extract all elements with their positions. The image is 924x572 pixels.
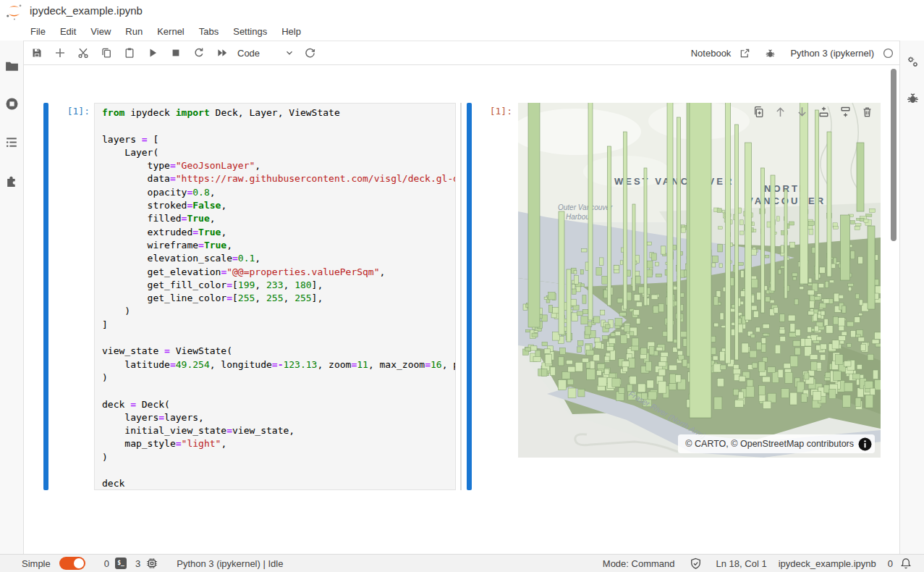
kernel-name-button[interactable]: Python 3 (ipykernel) <box>790 48 874 59</box>
output-collapser-bar[interactable] <box>467 103 472 490</box>
menu-settings[interactable]: Settings <box>226 26 274 37</box>
info-icon[interactable] <box>858 437 872 451</box>
move-cell-up-icon[interactable] <box>774 106 787 118</box>
kernel-status-text[interactable]: Python 3 (ipykernel) | Idle <box>177 558 283 569</box>
code-cell[interactable]: from ipydeck import Deck, Layer, ViewSta… <box>94 103 456 490</box>
notebook-toolbar: Code Notebook Python 3 (ipykernel) <box>0 41 924 65</box>
save-button[interactable] <box>30 46 43 59</box>
debugger-toggle-icon[interactable] <box>765 48 776 59</box>
cell-type-dropdown[interactable]: Code <box>237 48 294 59</box>
menu-run[interactable]: Run <box>118 26 150 37</box>
external-link-icon[interactable] <box>739 48 750 59</box>
extension-manager-icon[interactable] <box>4 172 20 188</box>
vertical-scrollbar[interactable] <box>891 69 897 241</box>
left-sidebar <box>0 41 24 554</box>
terminal-icon[interactable]: $_ <box>115 558 127 569</box>
attribution-text: © CARTO, © OpenStreetMap contributors <box>685 439 854 449</box>
insert-cell-button[interactable] <box>54 46 67 59</box>
debugger-sidebar-icon[interactable] <box>906 91 920 105</box>
menu-kernel[interactable]: Kernel <box>150 26 192 37</box>
menu-tabs[interactable]: Tabs <box>192 26 226 37</box>
kernel-count[interactable]: 3 <box>135 558 140 569</box>
jupyter-logo-icon <box>5 2 23 20</box>
side-by-side-divider[interactable] <box>460 103 462 490</box>
cursor-position[interactable]: Ln 18, Col 1 <box>716 558 767 569</box>
insert-cell-below-icon[interactable] <box>839 106 852 118</box>
map-label-west-vancouver: WEST VANCOUVER <box>614 176 734 187</box>
file-browser-icon[interactable] <box>4 59 20 74</box>
copy-cells-button[interactable] <box>100 46 113 59</box>
paste-cells-button[interactable] <box>123 46 136 59</box>
menubar: File Edit View Run Kernel Tabs Settings … <box>0 22 924 41</box>
move-cell-down-icon[interactable] <box>796 106 808 118</box>
right-sidebar <box>899 41 924 554</box>
restart-kernel-button[interactable] <box>192 46 205 59</box>
simple-mode-label: Simple <box>22 558 51 569</box>
toggle-knob <box>74 558 84 568</box>
menu-file[interactable]: File <box>23 26 53 37</box>
cell-hover-toolbar <box>753 106 873 118</box>
map-scene: WEST VANCOUVER NORTH VANCOUVER Outer Van… <box>518 103 881 458</box>
chevron-down-icon <box>284 48 294 58</box>
running-sessions-icon[interactable] <box>4 96 20 112</box>
trust-shield-icon[interactable] <box>690 558 702 570</box>
restart-run-all-button[interactable] <box>216 46 229 59</box>
notification-bell-icon[interactable] <box>900 558 912 569</box>
output-prompt: [1]: <box>483 106 512 117</box>
notebook-mode-button[interactable]: Notebook <box>691 48 732 59</box>
code-editor[interactable]: from ipydeck import Deck, Layer, ViewSta… <box>95 104 455 490</box>
map-label-harbour-1: Outer Vancouver <box>558 203 613 211</box>
menu-edit[interactable]: Edit <box>53 26 83 37</box>
table-of-contents-icon[interactable] <box>4 135 20 150</box>
map-attribution: © CARTO, © OpenStreetMap contributors <box>678 434 875 453</box>
input-prompt: [1]: <box>61 106 90 117</box>
deckgl-map-output[interactable]: WEST VANCOUVER NORTH VANCOUVER Outer Van… <box>518 103 881 458</box>
kernel-status-icon[interactable] <box>883 48 894 59</box>
simple-mode-toggle[interactable] <box>59 557 85 570</box>
menu-view[interactable]: View <box>83 26 118 37</box>
terminal-count[interactable]: 0 <box>104 558 109 569</box>
duplicate-cell-icon[interactable] <box>753 106 765 118</box>
notification-count[interactable]: 0 <box>888 558 893 569</box>
property-inspector-icon[interactable] <box>906 55 920 69</box>
cut-cells-button[interactable] <box>77 46 90 59</box>
insert-cell-above-icon[interactable] <box>818 106 830 118</box>
cell-type-value: Code <box>237 48 260 59</box>
titlebar: ipydeck_example.ipynb <box>0 0 924 22</box>
menu-help[interactable]: Help <box>274 26 308 37</box>
interrupt-kernel-button[interactable] <box>169 46 182 59</box>
delete-cell-icon[interactable] <box>861 106 873 118</box>
document-title: ipydeck_example.ipynb <box>30 4 143 17</box>
input-collapser-bar[interactable] <box>43 103 48 490</box>
run-cell-button[interactable] <box>146 46 159 59</box>
statusbar: Simple 0 $_ 3 Python 3 (ipykernel) | Idl… <box>0 554 924 572</box>
command-mode-indicator[interactable]: Mode: Command <box>603 558 675 569</box>
jupyterlab-window: ipydeck_example.ipynb File Edit View Run… <box>0 0 924 572</box>
kernel-refresh-icon[interactable] <box>303 46 316 59</box>
kernel-chip-icon[interactable] <box>146 558 158 569</box>
statusbar-filename: ipydeck_example.ipynb <box>779 558 876 569</box>
